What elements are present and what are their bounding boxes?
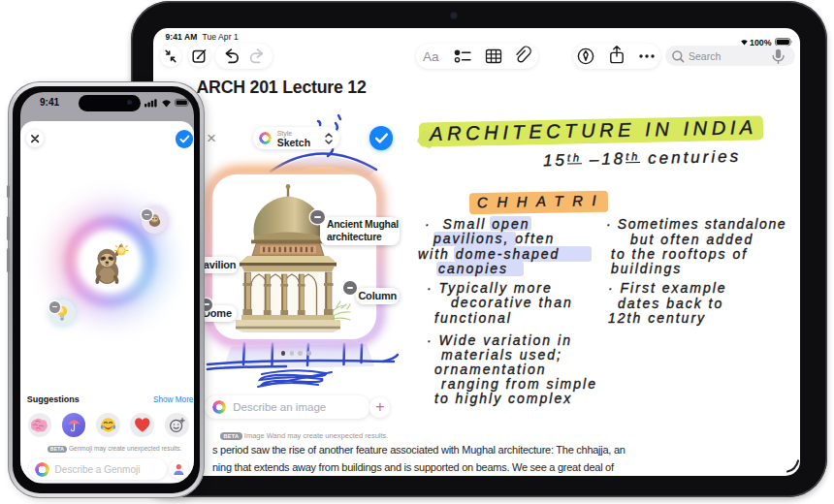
svg-text:Search: Search [689,49,721,61]
svg-text:Aa: Aa [423,49,439,64]
